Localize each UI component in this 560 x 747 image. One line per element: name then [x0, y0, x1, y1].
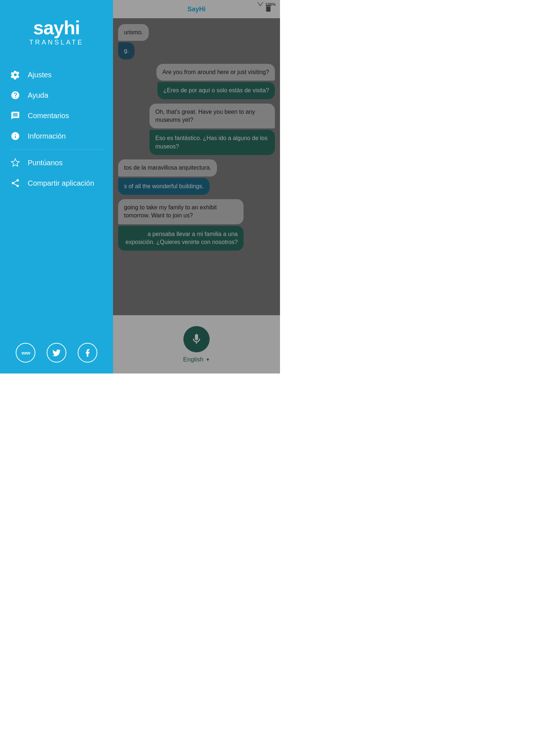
facebook-button[interactable] — [78, 343, 97, 363]
sidebar-item-ayuda[interactable]: Ayuda — [0, 85, 113, 105]
sidebar-overlay[interactable] — [113, 0, 280, 374]
star-icon — [10, 158, 20, 168]
nav-divider — [10, 149, 103, 150]
main-content: 100% SayHi urismo. g. Are you from aroun… — [113, 0, 280, 374]
sidebar: sayhi TRANSLATE Ajustes Ayuda Comentario… — [0, 0, 113, 374]
sidebar-item-label: Compartir aplicación — [28, 179, 94, 187]
sidebar-item-label: Comentarios — [28, 112, 69, 120]
comment-icon — [10, 111, 20, 121]
sidebar-item-label: Puntúanos — [28, 159, 63, 167]
sidebar-item-ajustes[interactable]: Ajustes — [0, 65, 113, 85]
sidebar-item-compartir[interactable]: Compartir aplicación — [0, 173, 113, 193]
sidebar-item-puntuanos[interactable]: Puntúanos — [0, 152, 113, 173]
svg-text:www: www — [21, 351, 30, 356]
help-icon — [10, 90, 20, 100]
gear-icon — [10, 70, 20, 80]
twitter-button[interactable] — [47, 343, 66, 363]
info-icon — [10, 131, 20, 141]
logo-subtitle: TRANSLATE — [0, 39, 113, 46]
sidebar-item-label: Información — [28, 132, 66, 140]
sidebar-item-label: Ayuda — [28, 91, 48, 100]
sidebar-item-comentarios[interactable]: Comentarios — [0, 105, 113, 126]
logo-name: sayhi — [0, 18, 113, 37]
sidebar-item-informacion[interactable]: Información — [0, 126, 113, 146]
sidebar-item-label: Ajustes — [28, 71, 52, 79]
share-icon — [10, 178, 20, 188]
app-logo: sayhi TRANSLATE — [0, 11, 113, 57]
sidebar-navigation: Ajustes Ayuda Comentarios Información — [0, 57, 113, 336]
social-links: www — [0, 336, 113, 374]
web-button[interactable]: www — [16, 343, 35, 363]
